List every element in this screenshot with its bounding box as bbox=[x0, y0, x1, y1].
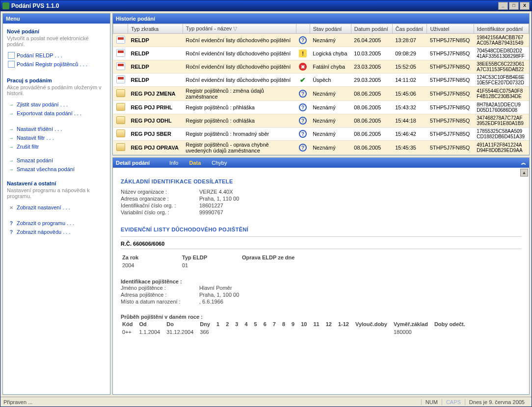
filter-icon[interactable]: ▽ bbox=[232, 25, 237, 31]
sidebar-item[interactable]: →Nastavit třídění . . . bbox=[7, 125, 106, 133]
column-header[interactable]: Datum podání bbox=[351, 24, 392, 34]
cell-nazev: Roční evidenční listy důchodového pojišt… bbox=[183, 74, 296, 87]
cell-stav: Neznámý bbox=[310, 101, 351, 114]
cell-stav: Úspěch bbox=[310, 74, 351, 87]
table-row[interactable]: RELDPRoční evidenční listy důchodového p… bbox=[113, 74, 529, 87]
months-header: Dny bbox=[199, 321, 215, 328]
statusbar: Připraven ... NUM CAPS Dnes je 9. června… bbox=[0, 397, 532, 407]
months-cell bbox=[434, 329, 470, 335]
months-cell bbox=[272, 329, 281, 335]
cell-uzivatel: 5THP5J7FN85Q bbox=[427, 34, 474, 47]
months-header: Od bbox=[138, 321, 165, 328]
cell-uzivatel: 5THP5J7FN85Q bbox=[427, 141, 474, 155]
close-button[interactable]: X bbox=[520, 2, 530, 10]
sidebar-header: Menu bbox=[3, 14, 110, 24]
check-icon: ✔ bbox=[299, 76, 307, 84]
sidebar-section-desc: Nastavení programu a nápověda k programu… bbox=[7, 187, 106, 199]
months-header: 9 bbox=[291, 321, 299, 328]
section-title-sender: ZÁKLADNÍ IDENTIFIKACE ODESÍLATELE bbox=[121, 178, 521, 184]
arrow-icon: → bbox=[8, 166, 15, 173]
collapse-icon[interactable]: ︽ bbox=[521, 158, 526, 168]
months-header: 4 bbox=[244, 321, 252, 328]
sidebar-item-label: Zjistit stav podání . . . bbox=[17, 102, 68, 107]
table-row[interactable]: REG POJ ODHLRegistr pojištěnců : odhlášk… bbox=[113, 114, 529, 127]
sidebar-item[interactable]: →Zjistit stav podání . . . bbox=[7, 100, 106, 109]
table-row[interactable]: REG POJ OPRAVARegistr pojištěnců - oprav… bbox=[113, 141, 529, 155]
table-row[interactable]: RELDPRoční evidenční listy důchodového p… bbox=[113, 47, 529, 60]
column-header[interactable]: Uživatel bbox=[427, 24, 474, 34]
tab-info[interactable]: Info bbox=[169, 158, 178, 168]
table-row[interactable]: REG POJ ZMENARegistr pojištěnců : změna … bbox=[113, 87, 529, 101]
scroll-up-button[interactable]: ▲ bbox=[520, 169, 528, 177]
months-cell bbox=[216, 329, 224, 335]
client-area: Menu Nové podáníVytvořit a poslat nové e… bbox=[0, 11, 532, 397]
minimize-button[interactable]: _ bbox=[498, 2, 508, 10]
reldp-icon bbox=[116, 49, 125, 57]
table-row[interactable]: RELDPRoční evidenční listy důchodového p… bbox=[113, 60, 529, 74]
status-num: NUM bbox=[421, 399, 442, 405]
months-header: 11 bbox=[313, 321, 324, 328]
history-panel: Historie podání Typ zkratkaTyp podání - … bbox=[112, 13, 530, 155]
column-header[interactable]: Typ podání - název ▽ bbox=[183, 24, 296, 34]
sidebar-item[interactable]: →Smazat všechna podání bbox=[7, 165, 106, 174]
folder-icon bbox=[116, 129, 125, 137]
arrow-icon: → bbox=[8, 143, 15, 150]
arrow-icon: → bbox=[8, 157, 15, 164]
sidebar-item[interactable]: Podání Registr pojištěnců . . . bbox=[7, 60, 106, 69]
sidebar-item-label: Zobrazit nastavení . . . bbox=[17, 204, 70, 210]
cell-cas: 13:28:07 bbox=[392, 34, 427, 47]
months-cell: 1.1.2004 bbox=[138, 329, 165, 335]
sidebar-section-title: Pracuj s podáním bbox=[7, 77, 106, 83]
cell-id: 124C53C10FBB4E6E10E5FCE207D0732D bbox=[474, 74, 529, 87]
window-title: Podání PVS 1.1.0 bbox=[11, 2, 59, 9]
cell-stav: Neznámý bbox=[310, 127, 351, 141]
months-cell bbox=[244, 329, 252, 335]
column-header[interactable]: Typ zkratka bbox=[128, 24, 183, 34]
months-header: 1 bbox=[216, 321, 224, 328]
cell-id: 38EE55BC6C223D61A7C31153F56DAB22 bbox=[474, 60, 529, 74]
cell-datum: 10.03.2005 bbox=[351, 47, 392, 60]
sidebar-item[interactable]: →Smazat podání bbox=[7, 156, 106, 165]
sidebar-item[interactable]: Podání RELDP . . . bbox=[7, 51, 106, 60]
cell-cas: 09:08:29 bbox=[392, 47, 427, 60]
maximize-button[interactable]: □ bbox=[509, 2, 519, 10]
sidebar-item-label: Podání RELDP . . . bbox=[17, 52, 62, 58]
app-icon bbox=[2, 2, 9, 9]
cell-uzivatel: 5THP5J7FN85Q bbox=[427, 127, 474, 141]
months-cell: 180000 bbox=[393, 329, 433, 335]
table-row[interactable]: REG POJ SBERRegistr pojištěnců : hromadn… bbox=[113, 127, 529, 141]
cell-nazev: Roční evidenční listy důchodového pojišt… bbox=[183, 34, 296, 47]
column-header[interactable]: Identifikátor podání bbox=[474, 24, 529, 34]
sidebar-item[interactable]: ?Zobrazit nápovědu . . . bbox=[7, 228, 106, 236]
question-icon: ? bbox=[299, 103, 307, 111]
sidebar-body: Nové podáníVytvořit a poslat nové elektr… bbox=[3, 24, 110, 244]
table-row[interactable]: RELDPRoční evidenční listy důchodového p… bbox=[113, 34, 529, 47]
reldp-icon bbox=[116, 36, 125, 44]
cell-uzivatel: 5THP5J7FN85Q bbox=[427, 114, 474, 127]
sidebar-item[interactable]: →Zrušit filtr bbox=[7, 142, 106, 151]
column-header[interactable]: Stav podání bbox=[310, 24, 351, 34]
sidebar-item[interactable]: ?Zobrazit o programu . . . bbox=[7, 219, 106, 228]
cell-nazev: Registr pojištěnců : změna údajůzaměstna… bbox=[183, 87, 296, 101]
sidebar-section-title: Nové podání bbox=[7, 28, 106, 34]
tab-chyby[interactable]: Chyby bbox=[212, 158, 227, 168]
sidebar: Menu Nové podáníVytvořit a poslat nové e… bbox=[2, 13, 110, 395]
sidebar-item[interactable]: →Nastavit filtr . . . bbox=[7, 133, 106, 142]
status-ready: Připraven ... bbox=[3, 399, 32, 405]
column-header[interactable] bbox=[113, 24, 128, 34]
column-header[interactable]: Čas podání bbox=[392, 24, 427, 34]
cell-nazev: Registr pojištěnců : odhláška bbox=[183, 114, 296, 127]
sidebar-item[interactable]: ✕Zobrazit nastavení . . . bbox=[7, 203, 106, 212]
cell-datum: 08.06.2005 bbox=[351, 101, 392, 114]
arrow-icon: → bbox=[8, 134, 15, 141]
error-icon: ✖ bbox=[299, 63, 307, 71]
cell-typ: RELDP bbox=[128, 60, 183, 74]
months-cell bbox=[313, 329, 324, 335]
tab-data[interactable]: Data bbox=[189, 158, 201, 168]
column-header[interactable] bbox=[296, 24, 310, 34]
cell-datum: 08.06.2005 bbox=[351, 141, 392, 155]
cell-cas: 15:44:18 bbox=[392, 114, 427, 127]
table-row[interactable]: REG POJ PRIHLRegistr pojištěnců : přihlá… bbox=[113, 101, 529, 114]
months-header: Vyměř.základ bbox=[393, 321, 433, 328]
sidebar-item[interactable]: →Exportovat data podání . . . bbox=[7, 109, 106, 118]
